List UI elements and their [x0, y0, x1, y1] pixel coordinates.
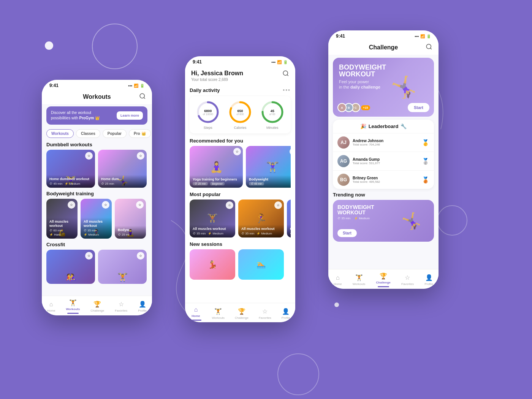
- lb-score-3: Total score: 495,582: [353, 180, 419, 184]
- rec-overlay-2: Bodyweight ⏱ 45 min: [246, 175, 291, 188]
- trend-start-button[interactable]: Start: [337, 229, 357, 237]
- card-crossfit-2[interactable]: 🏋️ ☆: [98, 250, 147, 284]
- nav-home-2[interactable]: ⌂ Home: [190, 306, 201, 321]
- nav-workouts-label-1: Workouts: [66, 307, 80, 311]
- nav-workouts-label-3: Workouts: [353, 282, 366, 286]
- search-icon-2[interactable]: [282, 70, 289, 78]
- nav-profile-label-2: Profile: [282, 316, 290, 320]
- pop-dur-2: ⏱ 35 min: [241, 232, 254, 235]
- card-home-dumbbell-2[interactable]: 🤸‍♀️ ☆ Home dum... ⏱ 25 min: [98, 150, 147, 188]
- card-overlay-5: Bodyw... ⏱ 25 mi: [115, 226, 146, 239]
- greeting-block: Hi, Jessica Brown Your total score 2,689: [191, 70, 243, 82]
- lb-row-1: AJ Andrew Johnson Total score: 704,246 🥇: [333, 133, 434, 152]
- bg-circle-1: [92, 24, 138, 69]
- nav-favorites-2[interactable]: ☆ Favorites: [259, 308, 271, 320]
- challenge-title: Challenge: [369, 44, 398, 51]
- tab-pro[interactable]: Pro 👑: [129, 129, 151, 138]
- signal-icon-2: ▪▪▪: [271, 60, 276, 64]
- nav-home-3[interactable]: ⌂ Home: [334, 274, 342, 286]
- tab-popular[interactable]: Popular: [103, 129, 127, 138]
- nav-profile-3[interactable]: 👤 Profile: [424, 274, 433, 286]
- pop-meta-3: ⏱ 35 min: [290, 232, 291, 235]
- trending-person-figure: 🤸‍♀️: [386, 200, 434, 242]
- nav-favorites-1[interactable]: ☆ Favorites: [115, 301, 127, 312]
- new-card-1[interactable]: 💃: [190, 249, 235, 280]
- tab-workouts[interactable]: Workouts: [46, 129, 74, 138]
- rec-card-yoga[interactable]: 🧘‍♀️ ☆ Yoga training for beginners ⏱ 25 …: [190, 146, 243, 188]
- favorite-btn-4[interactable]: ☆: [102, 201, 109, 209]
- leaderboard-trophy: 🔧: [401, 124, 407, 129]
- pop-fav-1[interactable]: ☆: [226, 201, 233, 209]
- favorite-btn-3[interactable]: ☆: [68, 201, 75, 209]
- activity-menu[interactable]: •••: [283, 87, 291, 93]
- nav-profile-1[interactable]: 👤 Profile: [138, 301, 147, 312]
- calories-label: Calories: [234, 126, 246, 130]
- search-icon-1[interactable]: [139, 93, 146, 101]
- profile-icon-1: 👤: [139, 301, 146, 308]
- bottom-nav-3: ⌂ Home 🏋 Workouts 🏆 Challenge ☆ Favorite…: [328, 269, 439, 289]
- duration-4: ⏱ 35 min: [84, 229, 97, 232]
- pop-name-3: Outdoo...: [290, 227, 291, 231]
- search-icon-3[interactable]: [426, 43, 432, 52]
- card-home-dumbbell-1[interactable]: 🏋️‍♀️ ☆ Home dumbbell workout ⏱ 45 min ⚡…: [46, 150, 95, 188]
- nav-workouts-2[interactable]: 🏋 Workouts: [212, 308, 225, 320]
- nav-home-label-3: Home: [334, 282, 342, 286]
- pop-card-2[interactable]: 🏃‍♀️ ☆ All muscles workout ⏱ 35 min ⚡ Me…: [238, 200, 284, 238]
- card-name-3: All muscles workout: [49, 220, 74, 228]
- promo-banner: Discover all the workoutpossibilities wi…: [46, 106, 147, 125]
- nav-favorites-label-2: Favorites: [259, 316, 271, 320]
- favorite-btn-5[interactable]: ☆: [136, 201, 144, 209]
- calories-ring-container: 650 of 800: [228, 100, 252, 124]
- tab-classes[interactable]: Classes: [76, 129, 100, 138]
- workout-tabs: Workouts Classes Popular Pro 👑: [42, 127, 152, 140]
- nav-favorites-3[interactable]: ☆ Favorites: [401, 274, 414, 286]
- trending-card[interactable]: BODYWEIGHT WORKOUT ⏱ 35 min ⚡ Medium 🤸‍♀…: [333, 200, 434, 242]
- lb-avatar-2: AG: [337, 155, 350, 167]
- card-bodyweight-3[interactable]: 🧘‍♀️ ☆ Bodyw... ⏱ 25 mi: [115, 199, 146, 239]
- nav-profile-2[interactable]: 👤 Profile: [282, 308, 290, 320]
- learn-more-button[interactable]: Learn more: [117, 111, 143, 120]
- new-sessions-cards: 💃 🏊: [190, 249, 291, 280]
- svg-point-8: [426, 44, 431, 49]
- card-all-muscles-2[interactable]: 🏃‍♀️ ☆ All muscles workout ⏱ 35 min ⚡ Me…: [81, 199, 112, 239]
- nav-workouts-1[interactable]: 🏋 Workouts: [66, 299, 80, 314]
- wifi-icon-1: 📶: [134, 84, 138, 88]
- activity-header: Daily activity •••: [190, 87, 291, 93]
- status-icons-1: ▪▪▪ 📶 🔋: [128, 84, 144, 88]
- workouts-icon-3: 🏋: [355, 274, 363, 281]
- home-icon-1: ⌂: [49, 301, 53, 308]
- hero-challenge-card[interactable]: BODYWEIGHT WORKOUT Feel your powerin the…: [333, 58, 434, 117]
- nav-workouts-3[interactable]: 🏋 Workouts: [353, 274, 366, 286]
- card-meta-3: ⏱ 60 min: [49, 229, 74, 232]
- rec-fav-1[interactable]: ☆: [233, 148, 241, 155]
- workouts-icon-2: 🏋: [214, 308, 222, 315]
- trend-workout-line2: WORKOUT: [337, 210, 374, 215]
- favorite-btn-2[interactable]: ☆: [137, 152, 144, 160]
- pop-fav-2[interactable]: ☆: [274, 201, 282, 209]
- nav-challenge-3[interactable]: 🏆 Challenge: [376, 272, 391, 287]
- phone-home: 9:41 ▪▪▪ 📶 🔋 Hi, Jessica Brown Your tota…: [185, 56, 295, 322]
- promo-text: Discover all the workoutpossibilities wi…: [51, 110, 117, 121]
- battery-icon-1: 🔋: [140, 84, 144, 88]
- favorite-btn-1[interactable]: ☆: [85, 152, 93, 160]
- greeting-score: Your total score 2,689: [191, 78, 243, 82]
- rec-card-bodyweight[interactable]: 🏋️‍♀️ ☆ Bodyweight ⏱ 45 min: [246, 146, 291, 188]
- nav-home-1[interactable]: ⌂ Home: [47, 301, 55, 312]
- duration-5: ⏱ 25 mi: [118, 233, 129, 236]
- minutes-ring: 45 of 60 Minutes: [260, 100, 285, 130]
- hero-start-button[interactable]: Start: [408, 103, 429, 112]
- lb-score-1: Total score: 704,246: [353, 143, 419, 146]
- card-all-muscles-1[interactable]: 💪 ☆ All muscles workout ⏱ 60 min ⚡ Hard: [46, 199, 78, 239]
- favorite-btn-7[interactable]: ☆: [137, 252, 144, 260]
- nav-challenge-2[interactable]: 🏆 Challenge: [235, 308, 249, 320]
- favorite-btn-6[interactable]: ☆: [85, 252, 93, 260]
- card-name-5: Bodyw...: [118, 228, 143, 232]
- card-crossfit-1[interactable]: 🤼‍♀️ ☆: [46, 250, 95, 284]
- pop-card-3[interactable]: 🌿 ☆ Outdoo... ⏱ 35 min: [287, 200, 291, 238]
- nav-challenge-1[interactable]: 🏆 Challenge: [90, 301, 104, 312]
- minutes-label: Minutes: [266, 126, 279, 130]
- card-overlay-2: Home dum... ⏱ 25 min: [98, 175, 147, 188]
- pop-card-1[interactable]: 🏋️ ☆ All muscles workout ⏱ 35 min ⚡ Medi…: [190, 200, 235, 238]
- trending-card-text: BODYWEIGHT WORKOUT ⏱ 35 min ⚡ Medium: [337, 204, 374, 220]
- new-card-2[interactable]: 🏊: [238, 249, 284, 280]
